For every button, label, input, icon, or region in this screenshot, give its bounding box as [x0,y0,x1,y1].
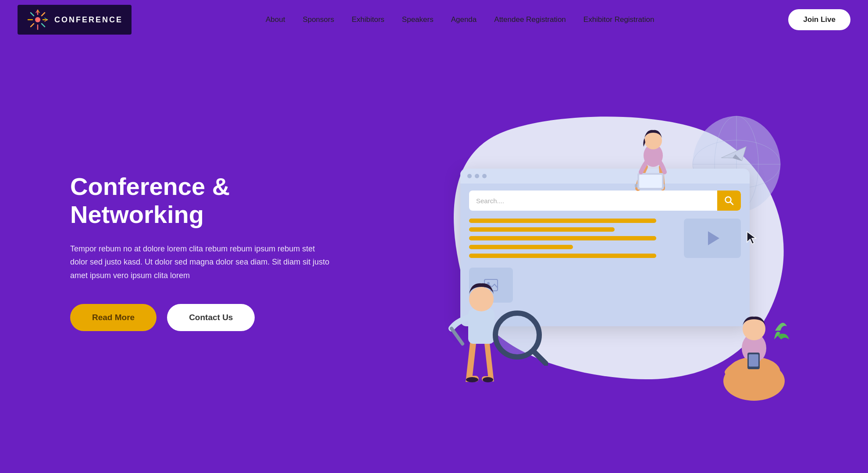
browser-search-bar: Search.... [469,191,741,211]
hero-section: Conference & Networking Tempor rebum no … [0,39,868,473]
play-icon [708,231,719,245]
magnifier-glass-illustration [491,309,548,366]
nav-sponsors[interactable]: Sponsors [302,15,334,24]
hero-buttons: Read More Contact Us [70,304,368,331]
nav-attendee-registration[interactable]: Attendee Registration [494,15,566,24]
logo-firework-icon [26,8,49,31]
search-icon [724,196,734,205]
svg-point-30 [469,287,494,311]
hero-content: Conference & Networking Tempor rebum no … [70,173,368,332]
svg-rect-29 [468,309,494,344]
read-more-button[interactable]: Read More [70,304,157,331]
logo[interactable]: CONFERENCE [18,5,132,35]
svg-line-34 [534,352,546,364]
svg-point-27 [466,377,478,382]
logo-text: CONFERENCE [54,15,123,25]
person-laptop-illustration [623,120,684,204]
browser-dot-2 [475,174,479,178]
contact-us-button[interactable]: Contact Us [167,304,255,331]
video-thumbnail [684,219,741,258]
browser-topbar [460,169,750,184]
hero-description: Tempor rebum no at dolore lorem clita re… [70,242,333,282]
svg-line-7 [42,13,45,16]
content-line-2 [469,227,615,232]
browser-dot-1 [467,174,472,178]
content-line-3 [469,236,656,240]
svg-line-19 [730,202,733,205]
person-sitting-illustration [719,296,789,401]
browser-search-button [717,191,741,211]
svg-line-8 [31,24,34,27]
join-live-button[interactable]: Join Live [788,9,850,30]
hero-title: Conference & Networking [70,173,368,229]
nav-exhibitor-registration[interactable]: Exhibitor Registration [583,15,655,24]
svg-line-5 [31,13,34,16]
svg-rect-40 [749,354,758,367]
svg-rect-26 [639,175,662,188]
svg-point-33 [498,316,537,354]
hero-illustration: Search.... [421,94,815,409]
svg-line-6 [42,24,45,27]
nav-speakers[interactable]: Speakers [402,15,434,24]
nav-about[interactable]: About [266,15,285,24]
nav-links: About Sponsors Exhibitors Speakers Agend… [266,15,654,24]
content-line-4 [469,245,573,249]
browser-dot-3 [482,174,487,178]
nav-agenda[interactable]: Agenda [451,15,477,24]
svg-line-31 [452,328,462,344]
content-line-1 [469,219,656,223]
navbar: CONFERENCE About Sponsors Exhibitors Spe… [0,0,868,39]
svg-point-28 [483,377,493,382]
nav-exhibitors[interactable]: Exhibitors [352,15,384,24]
cursor-icon [745,230,761,246]
svg-point-0 [35,17,40,22]
content-line-5 [469,254,656,258]
